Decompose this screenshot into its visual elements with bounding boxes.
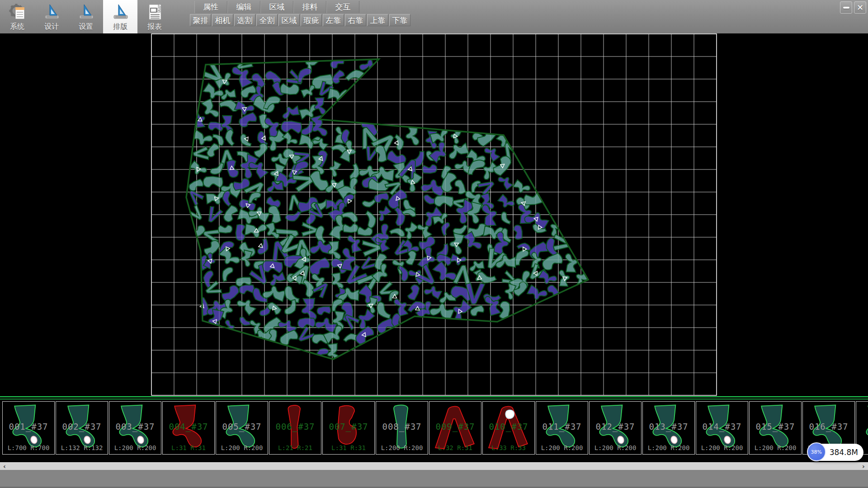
tool-button-右靠[interactable]: 右靠 bbox=[345, 14, 366, 26]
piece-thumbnail[interactable]: 007_#37L:31 R:31 bbox=[322, 401, 375, 455]
menu-button-交互[interactable]: 交互 bbox=[326, 1, 359, 13]
menu-button-编辑[interactable]: 编辑 bbox=[227, 1, 260, 13]
app-tab-设计[interactable]: 设计 bbox=[34, 0, 69, 33]
piece-id: 015_#37 bbox=[750, 422, 801, 432]
nested-piece bbox=[268, 272, 286, 286]
nested-piece bbox=[373, 192, 389, 203]
piece-counts: L:32 R:31 bbox=[429, 444, 481, 451]
menu-button-区域[interactable]: 区域 bbox=[260, 1, 293, 13]
tool-button-瑕疵[interactable]: 瑕疵 bbox=[301, 14, 322, 26]
piece-outline bbox=[866, 405, 868, 447]
piece-thumbnail[interactable]: 006_#37L:21 R:21 bbox=[269, 401, 321, 455]
nested-piece bbox=[238, 133, 255, 148]
nested-piece bbox=[423, 283, 442, 300]
tool-button-全割[interactable]: 全割 bbox=[256, 14, 278, 26]
nested-piece bbox=[222, 204, 239, 224]
nested-piece bbox=[236, 295, 257, 316]
nested-piece bbox=[218, 225, 232, 233]
ruler-icon bbox=[110, 2, 130, 22]
tool-button-选割[interactable]: 选割 bbox=[234, 14, 255, 26]
nested-piece bbox=[454, 179, 467, 195]
piece-id: 012_#37 bbox=[590, 422, 641, 432]
window-controls: ✕ bbox=[840, 1, 866, 14]
nested-piece bbox=[301, 119, 314, 136]
minimize-button[interactable] bbox=[840, 1, 852, 14]
piece-thumbnail[interactable]: 002_#37L:132 R:132 bbox=[56, 401, 108, 455]
menu-button-属性[interactable]: 属性 bbox=[194, 1, 227, 13]
nested-piece bbox=[219, 99, 238, 114]
piece-thumbnail[interactable]: 015_#37L:200 R:200 bbox=[749, 401, 802, 455]
app-tab-设置[interactable]: 设置 bbox=[69, 0, 103, 33]
piece-thumbnail[interactable]: 004_#37L:31 R:31 bbox=[162, 401, 215, 455]
close-button[interactable]: ✕ bbox=[854, 1, 866, 14]
nested-piece bbox=[239, 285, 254, 294]
piece-id: 014_#37 bbox=[696, 422, 748, 432]
piece-counts: L:700 R:700 bbox=[3, 444, 54, 451]
tool-button-下靠[interactable]: 下靠 bbox=[389, 14, 410, 26]
nested-piece bbox=[317, 306, 331, 315]
piece-counts: L:200 R:200 bbox=[590, 444, 641, 451]
nested-piece bbox=[301, 84, 317, 98]
app-tab-报表[interactable]: 报表 bbox=[137, 0, 172, 33]
toolbar: 系统设计设置排版报表 属性编辑区域排料交互 聚排相机选割全割区域瑕疵左靠右靠上靠… bbox=[0, 0, 868, 33]
piece-id: 003_#37 bbox=[109, 422, 161, 432]
app-tab-label: 系统 bbox=[10, 22, 24, 32]
piece-counts: L:200 R:200 bbox=[376, 444, 428, 451]
tool-button-左靠[interactable]: 左靠 bbox=[323, 14, 344, 26]
piece-thumbnail[interactable]: 012_#37L:200 R:200 bbox=[589, 401, 642, 455]
piece-id: 006_#37 bbox=[269, 422, 321, 432]
scroll-right-arrow[interactable]: › bbox=[860, 463, 867, 470]
tool-button-聚排[interactable]: 聚排 bbox=[190, 14, 211, 26]
piece-thumbnail[interactable]: 008_#37L:200 R:200 bbox=[376, 401, 428, 455]
menu-button-排料[interactable]: 排料 bbox=[293, 1, 326, 13]
piece-counts: L:31 R:31 bbox=[323, 444, 374, 451]
scroll-left-arrow[interactable]: ‹ bbox=[1, 463, 8, 470]
ruler-icon bbox=[42, 2, 61, 22]
nested-piece bbox=[359, 256, 377, 273]
nested-piece bbox=[447, 142, 469, 160]
piece-thumbnail[interactable]: 001_#37L:700 R:700 bbox=[2, 401, 55, 455]
nested-piece bbox=[374, 301, 395, 320]
nested-piece bbox=[441, 222, 451, 236]
nested-piece bbox=[282, 131, 298, 148]
piece-id: 011_#37 bbox=[536, 422, 588, 432]
piece-id: 007_#37 bbox=[323, 422, 374, 432]
piece-id: 009_#37 bbox=[429, 422, 481, 432]
tool-button-区域[interactable]: 区域 bbox=[278, 14, 300, 26]
nested-piece bbox=[514, 249, 529, 268]
piece-counts: L:200 R:200 bbox=[216, 444, 268, 451]
app-tab-label: 排版 bbox=[113, 22, 127, 32]
nested-piece bbox=[267, 181, 283, 192]
nested-piece bbox=[406, 283, 421, 300]
nested-piece bbox=[328, 241, 340, 260]
app-tab-strip: 系统设计设置排版报表 bbox=[0, 0, 172, 33]
minimize-icon bbox=[843, 7, 849, 9]
piece-counts: L:31 R:31 bbox=[163, 444, 214, 451]
nested-piece bbox=[343, 224, 358, 233]
tool-button-上靠[interactable]: 上靠 bbox=[367, 14, 388, 26]
nested-piece bbox=[226, 159, 239, 178]
progress-circle: 38% bbox=[807, 442, 826, 461]
piece-counts: L:21 R:21 bbox=[269, 444, 321, 451]
nested-piece bbox=[222, 129, 239, 147]
app-tab-label: 报表 bbox=[147, 22, 162, 32]
memory-value: 384.8M bbox=[830, 448, 858, 457]
piece-thumbnail[interactable]: 003_#37L:200 R:200 bbox=[109, 401, 161, 455]
tool-button-相机[interactable]: 相机 bbox=[212, 14, 233, 26]
nested-piece bbox=[237, 112, 258, 129]
piece-thumbnail[interactable]: 014_#37L:200 R:200 bbox=[696, 401, 748, 455]
piece-thumbnail[interactable]: 010_#37L:33 R:33 bbox=[482, 401, 535, 455]
nested-piece bbox=[497, 173, 514, 190]
nested-piece bbox=[203, 176, 223, 189]
nested-piece bbox=[222, 267, 233, 282]
app-tab-排版[interactable]: 排版 bbox=[103, 0, 137, 33]
app-tab-系统[interactable]: 系统 bbox=[0, 0, 34, 33]
nesting-canvas[interactable] bbox=[0, 33, 868, 396]
piece-thumbnail[interactable]: 009_#37L:32 R:31 bbox=[429, 401, 481, 455]
nested-piece bbox=[420, 206, 444, 228]
piece-thumbnail[interactable]: 005_#37L:200 R:200 bbox=[216, 401, 268, 455]
horizontal-scrollbar[interactable]: ‹ › bbox=[0, 462, 868, 470]
app-tab-label: 设计 bbox=[44, 22, 59, 32]
piece-thumbnail[interactable]: 011_#37L:200 R:200 bbox=[536, 401, 588, 455]
piece-thumbnail[interactable]: 013_#37L:200 R:200 bbox=[642, 401, 695, 455]
